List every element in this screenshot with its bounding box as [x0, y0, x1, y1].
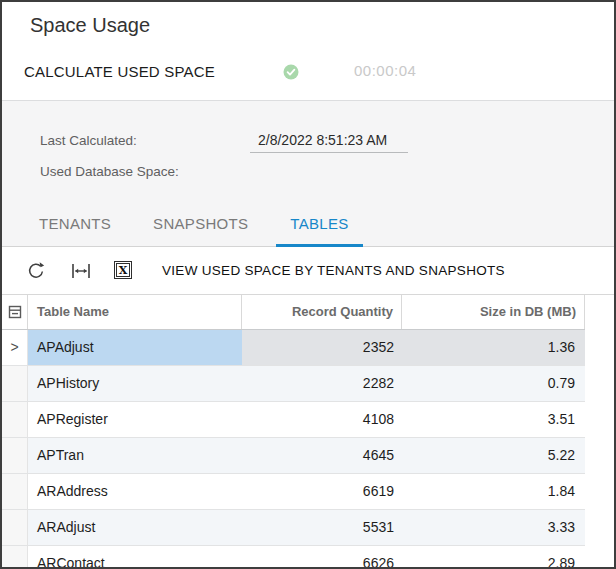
summary-field-row: Used Database Space: [2, 160, 614, 184]
cell-size-in-db: 1.36 [402, 330, 585, 365]
tab-label: SNAPSHOTS [153, 215, 248, 232]
column-header-record-quantity[interactable]: Record Quantity [242, 295, 402, 329]
cell-record-quantity: 5531 [242, 510, 402, 545]
table-row[interactable]: APTran 4645 5.22 [2, 438, 585, 474]
row-indicator-cell [2, 366, 28, 401]
column-header-size-in-db[interactable]: Size in DB (MB) [402, 295, 585, 329]
table-row[interactable]: ARAdjust 5531 3.33 [2, 510, 585, 546]
table-row[interactable]: APRegister 4108 3.51 [2, 402, 585, 438]
grid-toolbar: X VIEW USED SPACE BY TENANTS AND SNAPSHO… [2, 247, 614, 295]
elapsed-time: 00:00:04 [354, 62, 416, 79]
grid-body: > APAdjust 2352 1.36 APHistory 2282 0.79… [2, 330, 585, 569]
view-used-space-caption[interactable]: VIEW USED SPACE BY TENANTS AND SNAPSHOTS [162, 247, 505, 295]
calculate-used-space-button[interactable]: CALCULATE USED SPACE [24, 60, 215, 84]
tab-tenants[interactable]: TENANTS [27, 206, 123, 246]
cell-table-name: APAdjust [28, 330, 242, 365]
page-title: Space Usage [30, 14, 150, 37]
summary-field-row: Last Calculated: 2/8/2022 8:51:23 AM [2, 129, 614, 153]
row-indicator-cell: > [2, 330, 28, 365]
cell-table-name: ARContact [28, 546, 242, 569]
tab-label: TABLES [290, 215, 348, 232]
tab-tables[interactable]: TABLES [278, 206, 360, 246]
cell-table-name: APHistory [28, 366, 242, 401]
cell-table-name: APTran [28, 438, 242, 473]
table-row[interactable]: > APAdjust 2352 1.36 [2, 330, 585, 366]
summary-panel: Last Calculated: 2/8/2022 8:51:23 AM Use… [2, 100, 614, 247]
row-indicator-cell [2, 474, 28, 509]
table-row[interactable]: APHistory 2282 0.79 [2, 366, 585, 402]
row-indicator-cell [2, 546, 28, 569]
cell-record-quantity: 6626 [242, 546, 402, 569]
cell-size-in-db: 3.33 [402, 510, 585, 545]
refresh-icon[interactable] [26, 261, 48, 281]
row-indicator-cell [2, 402, 28, 437]
tab-label: TENANTS [39, 215, 111, 232]
row-indicator-cell [2, 438, 28, 473]
success-check-icon [283, 64, 299, 80]
cell-table-name: APRegister [28, 402, 242, 437]
cell-size-in-db: 3.51 [402, 402, 585, 437]
cell-record-quantity: 4645 [242, 438, 402, 473]
field-value[interactable]: 2/8/2022 8:51:23 AM [250, 129, 408, 153]
cell-table-name: ARAddress [28, 474, 242, 509]
tab-strip: TENANTS SNAPSHOTS TABLES [2, 206, 614, 246]
cell-size-in-db: 5.22 [402, 438, 585, 473]
row-indicator-cell [2, 510, 28, 545]
action-bar: CALCULATE USED SPACE 00:00:04 [2, 60, 614, 84]
cell-record-quantity: 4108 [242, 402, 402, 437]
export-excel-icon[interactable]: X [114, 260, 136, 280]
table-row[interactable]: ARAddress 6619 1.84 [2, 474, 585, 510]
grid-header-row: Table Name Record Quantity Size in DB (M… [2, 295, 585, 330]
cell-size-in-db: 1.84 [402, 474, 585, 509]
row-settings-icon[interactable] [2, 295, 28, 329]
space-usage-window: Space Usage CALCULATE USED SPACE 00:00:0… [0, 0, 616, 569]
tab-snapshots[interactable]: SNAPSHOTS [141, 206, 260, 246]
cell-record-quantity: 6619 [242, 474, 402, 509]
cell-table-name: ARAdjust [28, 510, 242, 545]
cell-record-quantity: 2352 [242, 330, 402, 365]
fit-width-icon[interactable] [70, 261, 92, 281]
current-row-chevron: > [10, 339, 18, 355]
cell-size-in-db: 2.89 [402, 546, 585, 569]
table-row[interactable]: ARContact 6626 2.89 [2, 546, 585, 569]
cell-size-in-db: 0.79 [402, 366, 585, 401]
excel-x-glyph: X [114, 261, 132, 279]
field-label: Used Database Space: [40, 160, 179, 184]
field-label: Last Calculated: [40, 129, 137, 153]
column-header-table-name[interactable]: Table Name [28, 295, 242, 329]
cell-record-quantity: 2282 [242, 366, 402, 401]
